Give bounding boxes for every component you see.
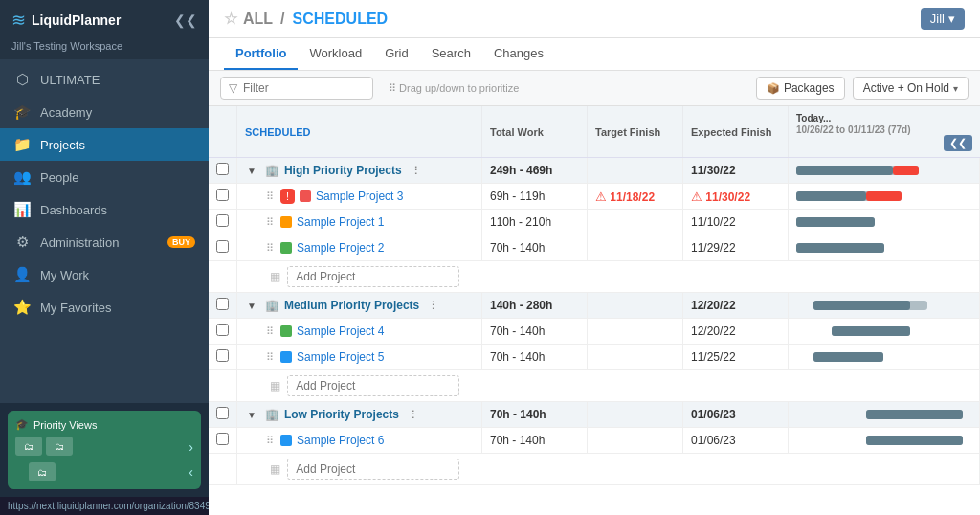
add-project-row: ▦ [209, 454, 980, 485]
project-total-work: 70h - 140h [482, 235, 588, 261]
table-row: ⠿ Sample Project 2 70h - 140h 11/29/22 [209, 235, 980, 261]
bar-fill [832, 326, 910, 336]
ultimate-icon: ⬡ [13, 71, 31, 88]
add-project-cell: ▦ [237, 370, 980, 402]
add-project-icon: ▦ [270, 462, 280, 476]
timeline-collapse-button[interactable]: ❮❮ [944, 135, 972, 151]
filter-icon: ▽ [229, 81, 237, 95]
my-favorites-icon: ⭐ [13, 299, 31, 316]
sidebar-logo: ≋ LiquidPlanner [11, 10, 121, 31]
add-project-input[interactable] [287, 459, 459, 480]
group-menu-icon[interactable]: ⋮ [428, 300, 438, 312]
tab-changes[interactable]: Changes [482, 38, 555, 70]
user-label: Jill [930, 11, 945, 26]
active-hold-dropdown-arrow: ▾ [953, 83, 958, 94]
tab-workload[interactable]: Workload [298, 38, 373, 70]
project-checkbox[interactable] [216, 324, 229, 336]
group-folder-icon: 🏢 [265, 299, 279, 312]
project-name[interactable]: ⠿ Sample Project 5 [266, 350, 474, 364]
tab-search[interactable]: Search [420, 38, 482, 70]
bar-fill [866, 436, 963, 445]
administration-icon: ⚙ [13, 234, 31, 251]
project-expected-finish: 11/25/22 [683, 345, 789, 370]
project-bar [796, 325, 971, 338]
toolbar-right: 📦 Packages Active + On Hold ▾ [756, 77, 969, 100]
project-check-cell [209, 184, 237, 210]
pv-icons: 🗂 🗂 🗂 [15, 437, 73, 481]
workspace-label: Jill's Testing Workspace [0, 40, 209, 59]
today-date-range: 10/26/22 to 01/11/23 (77d) [796, 124, 972, 135]
group-checkbox[interactable] [216, 298, 229, 310]
user-menu-button[interactable]: Jill ▾ [921, 8, 965, 30]
group-total-work: 249h - 469h [482, 158, 588, 184]
project-name[interactable]: ⠿ Sample Project 6 [266, 434, 474, 447]
project-checkbox[interactable] [216, 433, 229, 445]
project-total-work: 70h - 140h [482, 319, 588, 345]
project-name-cell: ⠿ Sample Project 5 [237, 345, 482, 370]
sidebar-item-label: ULTIMATE [40, 73, 195, 87]
sidebar-item-projects[interactable]: 📁 Projects [0, 128, 209, 161]
group-timeline [789, 158, 980, 184]
tab-portfolio[interactable]: Portfolio [224, 38, 298, 70]
sidebar-item-dashboards[interactable]: 📊 Dashboards [0, 193, 209, 226]
pv-chevron-left[interactable]: ‹ [189, 464, 193, 480]
drag-handle-icon: ⠿ [266, 242, 274, 255]
priority-views-label: Priority Views [33, 419, 97, 431]
sidebar-item-ultimate[interactable]: ⬡ ULTIMATE [0, 63, 209, 96]
col-timeline-header: Today... 10/26/22 to 01/11/23 (77d) ❮❮ [789, 106, 980, 158]
project-color-dot [280, 242, 292, 254]
project-name[interactable]: ⠿ Sample Project 1 [266, 215, 474, 229]
sidebar-item-administration[interactable]: ⚙ Administration BUY [0, 226, 209, 258]
add-project-input[interactable] [287, 375, 459, 396]
group-check-cell [209, 158, 237, 184]
group-name-label: Medium Priority Projects [284, 299, 419, 312]
bar-fill [796, 191, 866, 201]
project-target-finish [588, 319, 683, 345]
bar-overdue [866, 191, 902, 201]
group-checkbox[interactable] [216, 163, 229, 175]
add-project-cell: ▦ [237, 454, 980, 485]
project-target-finish: ⚠ 11/18/22 [588, 184, 683, 210]
project-checkbox[interactable] [216, 349, 229, 362]
group-menu-icon[interactable]: ⋮ [408, 409, 418, 421]
project-name-cell: ⠿ ! Sample Project 3 [237, 184, 482, 210]
project-bar [796, 434, 971, 447]
group-toggle[interactable]: ▼ [247, 410, 256, 420]
group-toggle[interactable]: ▼ [247, 301, 256, 311]
project-check-cell [209, 319, 237, 345]
project-name[interactable]: ⠿ ! Sample Project 3 [266, 189, 474, 204]
group-name: ▼ 🏢 Medium Priority Projects ⋮ [247, 299, 474, 312]
drag-handle-icon: ⠿ [266, 190, 274, 203]
col-expected-header: Expected Finish [683, 106, 789, 158]
tab-grid[interactable]: Grid [373, 38, 420, 70]
add-project-row: ▦ [209, 261, 980, 293]
project-checkbox[interactable] [216, 214, 229, 227]
project-name[interactable]: ⠿ Sample Project 4 [266, 325, 474, 338]
bar-fill [796, 166, 893, 175]
group-name-cell: ▼ 🏢 High Priority Projects ⋮ [237, 158, 482, 184]
add-project-input[interactable] [287, 266, 459, 287]
all-label: ALL [243, 11, 273, 28]
pv-chevron-right[interactable]: › [189, 439, 193, 455]
project-check-cell [209, 235, 237, 261]
project-name-label: Sample Project 3 [316, 190, 403, 203]
main-content: ☆ ALL / SCHEDULED Jill ▾ Portfolio Workl… [209, 0, 980, 515]
project-checkbox[interactable] [216, 189, 229, 201]
group-menu-icon[interactable]: ⋮ [411, 165, 421, 177]
filter-input[interactable] [243, 81, 348, 95]
sidebar-item-people[interactable]: 👥 People [0, 161, 209, 193]
packages-label: Packages [784, 81, 835, 95]
sidebar-item-academy[interactable]: 🎓 Academy [0, 96, 209, 128]
group-toggle[interactable]: ▼ [247, 166, 256, 176]
sidebar-item-my-favorites[interactable]: ⭐ My Favorites [0, 291, 209, 324]
project-name[interactable]: ⠿ Sample Project 2 [266, 241, 474, 255]
project-checkbox[interactable] [216, 240, 229, 253]
packages-button[interactable]: 📦 Packages [756, 77, 845, 100]
group-checkbox[interactable] [216, 407, 229, 419]
group-name: ▼ 🏢 High Priority Projects ⋮ [247, 164, 474, 177]
sidebar-item-my-work[interactable]: 👤 My Work [0, 258, 209, 291]
add-project-icon: ▦ [270, 379, 280, 392]
active-hold-button[interactable]: Active + On Hold ▾ [853, 77, 969, 100]
sidebar-collapse-button[interactable]: ❮❮ [174, 12, 197, 28]
star-icon[interactable]: ☆ [224, 10, 237, 28]
